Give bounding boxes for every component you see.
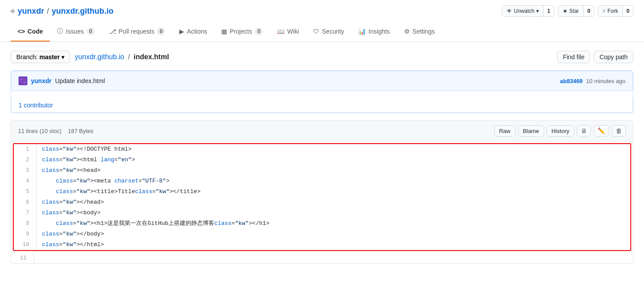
tab-pr-label: Pull requests — [119, 28, 155, 35]
insights-icon: 📊 — [358, 28, 366, 35]
line-code: class="kw"><!DOCTYPE html> — [37, 144, 630, 155]
star-count: 0 — [583, 6, 594, 16]
line-number: 10 — [14, 240, 37, 250]
contributors-link[interactable]: 1 contributor — [19, 102, 53, 109]
issues-icon: ⓘ — [57, 27, 63, 35]
code-line: 11 — [11, 253, 633, 263]
tab-actions-label: Actions — [187, 28, 207, 35]
file-header: 11 lines (10 sloc) 187 Bytes Raw Blame H… — [11, 121, 633, 141]
breadcrumb-repo-link[interactable]: yunxdr.github.io — [75, 53, 124, 61]
line-code — [34, 253, 633, 263]
copy-path-button[interactable]: Copy path — [594, 51, 633, 63]
svg-rect-1 — [20, 78, 23, 80]
commit-section: yunxdr Update index.html ab83469 10 minu… — [11, 70, 633, 113]
commit-hash[interactable]: ab83469 — [560, 78, 583, 84]
star-button[interactable]: ★ Star — [558, 6, 583, 16]
line-number: 6 — [14, 197, 37, 208]
file-size: 187 Bytes — [68, 128, 94, 134]
main-content: Branch: master ▾ yunxdr.github.io / inde… — [0, 42, 644, 273]
projects-badge: 0 — [255, 27, 263, 35]
raw-button[interactable]: Raw — [494, 125, 515, 137]
line-code: class="kw"><h1>这是我第一次在GitHub上搭建的静态博客clas… — [37, 218, 630, 229]
watch-count: 1 — [543, 6, 554, 16]
contributor-bar: 1 contributor — [11, 98, 633, 113]
line-number: 9 — [14, 229, 37, 240]
code-line: 1class="kw"><!DOCTYPE html> — [14, 144, 630, 155]
tab-projects-label: Projects — [230, 28, 252, 35]
line-code: class="kw"><meta charset="UTF-8"> — [37, 176, 630, 186]
desktop-icon-button[interactable]: 🖥 — [577, 125, 591, 137]
tab-issues-label: Issues — [66, 28, 83, 35]
branch-selector[interactable]: Branch: master ▾ — [11, 51, 70, 63]
line-code: class="kw"><head> — [37, 165, 630, 176]
tab-wiki[interactable]: 📖 Wiki — [270, 22, 306, 42]
watch-button[interactable]: 👁 Unwatch ▾ — [502, 6, 543, 16]
code-icon: <> — [18, 28, 25, 35]
repo-name-link[interactable]: yunxdr.github.io — [52, 7, 114, 16]
commit-bar: yunxdr Update index.html ab83469 10 minu… — [11, 71, 633, 91]
tab-issues[interactable]: ⓘ Issues 0 — [50, 22, 102, 42]
commit-meta: ab83469 10 minutes ago — [560, 78, 625, 84]
blame-button[interactable]: Blame — [518, 125, 544, 137]
issues-badge: 0 — [87, 27, 95, 35]
breadcrumb-separator: / — [128, 53, 132, 61]
line-code: class="kw"></html> — [37, 240, 630, 250]
tab-actions[interactable]: ▶ Actions — [172, 22, 214, 42]
tab-code[interactable]: <> Code — [11, 22, 50, 42]
tab-pull-requests[interactable]: ⎇ Pull requests 0 — [102, 22, 173, 42]
line-number: 3 — [14, 165, 37, 176]
line-code: class="kw"></head> — [37, 197, 630, 208]
line-code: class="kw"><html lang="en"> — [37, 155, 630, 165]
projects-icon: ▦ — [221, 28, 227, 35]
repo-title: ⎆ yunxdr / yunxdr.github.io — [11, 7, 114, 16]
settings-icon: ⚙ — [404, 28, 410, 35]
fork-count: 0 — [622, 6, 633, 16]
breadcrumb: Branch: master ▾ yunxdr.github.io / inde… — [11, 51, 169, 63]
line-code: class="kw"><title>Titleclass="kw"></titl… — [37, 186, 630, 197]
find-file-button[interactable]: Find file — [557, 51, 590, 63]
lines-info: 11 lines (10 sloc) — [18, 128, 61, 134]
commit-author[interactable]: yunxdr — [31, 77, 52, 84]
top-bar: ⎆ yunxdr / yunxdr.github.io 👁 Unwatch ▾ … — [0, 0, 644, 22]
tab-insights-label: Insights — [368, 28, 390, 35]
line-number: 1 — [14, 144, 37, 155]
code-line: 9class="kw"></body> — [14, 229, 630, 240]
fork-icon: ⑂ — [602, 8, 606, 14]
line-number: 7 — [14, 208, 37, 218]
tab-security[interactable]: 🛡 Security — [306, 22, 352, 42]
history-button[interactable]: History — [547, 125, 574, 137]
repo-action-buttons: 👁 Unwatch ▾ 1 ★ Star 0 ⑂ Fork 0 — [502, 5, 633, 17]
fork-button[interactable]: ⑂ Fork — [598, 6, 622, 16]
code-line: 6class="kw"></head> — [14, 197, 630, 208]
code-view: 1class="kw"><!DOCTYPE html>2class="kw"><… — [11, 143, 633, 263]
line-number: 4 — [14, 176, 37, 186]
branch-label: Branch: — [16, 53, 38, 61]
watch-btn-group: 👁 Unwatch ▾ 1 — [502, 5, 554, 17]
tab-wiki-label: Wiki — [287, 28, 299, 35]
tab-settings-label: Settings — [413, 28, 435, 35]
edit-icon-button[interactable]: ✏️ — [594, 125, 609, 137]
tab-security-label: Security — [322, 28, 345, 35]
fork-btn-group: ⑂ Fork 0 — [598, 5, 633, 17]
watch-dropdown-icon: ▾ — [536, 8, 539, 14]
repo-owner-link[interactable]: yunxdr — [18, 7, 44, 16]
code-line: 2class="kw"><html lang="en"> — [14, 155, 630, 165]
breadcrumb-path: yunxdr.github.io / index.html — [75, 53, 169, 61]
highlighted-code-block: 1class="kw"><!DOCTYPE html>2class="kw"><… — [13, 143, 631, 251]
tab-settings[interactable]: ⚙ Settings — [397, 22, 442, 42]
actions-icon: ▶ — [179, 28, 184, 35]
line-code: class="kw"></body> — [37, 229, 630, 240]
line-number: 2 — [14, 155, 37, 165]
commit-info: yunxdr Update index.html — [19, 76, 105, 85]
file-box: 11 lines (10 sloc) 187 Bytes Raw Blame H… — [11, 120, 633, 264]
repo-icon: ⎆ — [11, 7, 15, 15]
code-line: 10class="kw"></html> — [14, 240, 630, 250]
line-number: 11 — [11, 253, 34, 263]
line-code: class="kw"><body> — [37, 208, 630, 218]
commit-time: 10 minutes ago — [586, 78, 625, 84]
repo-nav: <> Code ⓘ Issues 0 ⎇ Pull requests 0 ▶ A… — [0, 22, 644, 42]
delete-icon-button[interactable]: 🗑 — [612, 125, 626, 137]
line-number: 5 — [14, 186, 37, 197]
tab-projects[interactable]: ▦ Projects 0 — [214, 22, 270, 42]
tab-insights[interactable]: 📊 Insights — [351, 22, 397, 42]
